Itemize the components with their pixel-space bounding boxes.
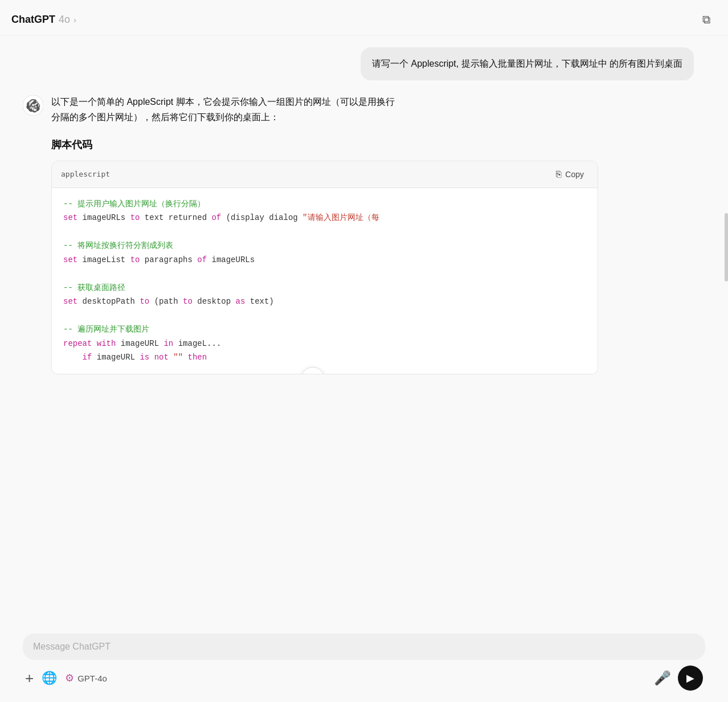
code-line-4: set imageList to paragraphs of imageURLs	[63, 253, 586, 267]
user-message-text: 请写一个 Applescript, 提示输入批量图片网址，下载网址中 的所有图片…	[372, 59, 682, 68]
globe-button[interactable]: 🌐	[42, 671, 57, 685]
code-line-empty3	[63, 309, 586, 323]
code-lang: applescript	[61, 168, 110, 181]
globe-icon: 🌐	[42, 671, 57, 685]
copy-button[interactable]: ⎘ Copy	[551, 167, 588, 182]
code-line-6: set desktopPath to (path to desktop as t…	[63, 295, 586, 309]
header-left: ChatGPT 4o ›	[11, 14, 76, 26]
scrollbar-thumb	[725, 213, 728, 281]
section-heading: 脚本代码	[51, 136, 694, 154]
user-message-row: 请写一个 Applescript, 提示输入批量图片网址，下载网址中 的所有图片…	[0, 47, 728, 94]
assistant-intro: 以下是一个简单的 AppleScript 脚本，它会提示你输入一组图片的网址（可…	[51, 94, 694, 125]
input-toolbar: + 🌐 ⚙ GPT-4o 🎤 ▶	[23, 660, 705, 691]
app-title: ChatGPT	[11, 14, 55, 26]
model-selector-button[interactable]: ⚙ GPT-4o	[65, 672, 107, 684]
send-button[interactable]: ▶	[678, 666, 703, 691]
model-label: 4o	[59, 14, 70, 26]
send-icon: ▶	[686, 672, 694, 684]
sliders-icon: ⚙	[65, 672, 74, 684]
assistant-content: 以下是一个简单的 AppleScript 脚本，它会提示你输入一组图片的网址（可…	[51, 94, 694, 374]
code-line-9: if imageURL is not "" then	[63, 350, 586, 365]
model-selector-label: GPT-4o	[77, 674, 107, 683]
input-area: + 🌐 ⚙ GPT-4o 🎤 ▶	[0, 627, 728, 702]
code-line-7: -- 遍历网址并下载图片	[63, 323, 586, 337]
code-body: -- 提示用户输入图片网址（换行分隔） set imageURLs to tex…	[52, 188, 598, 374]
mic-button[interactable]: 🎤	[654, 670, 671, 686]
copy-label: Copy	[565, 170, 584, 179]
copy-window-button[interactable]: ⧉	[696, 9, 717, 30]
code-line-1: -- 提示用户输入图片网址（换行分隔）	[63, 197, 586, 211]
code-block-container: applescript ⎘ Copy -- 提示用户输入图片网址（换行分隔） s…	[51, 161, 598, 374]
header: ChatGPT 4o › ⧉	[0, 0, 728, 36]
code-line-8: repeat with imageURL in imageL...	[63, 337, 586, 351]
code-block-header: applescript ⎘ Copy	[52, 161, 598, 188]
chevron-icon: ›	[73, 15, 76, 25]
mic-icon: 🎤	[654, 670, 671, 685]
copy-icon: ⎘	[556, 169, 562, 179]
code-line-5: -- 获取桌面路径	[63, 281, 586, 295]
chat-area: 请写一个 Applescript, 提示输入批量图片网址，下载网址中 的所有图片…	[0, 36, 728, 627]
code-line-3: -- 将网址按换行符分割成列表	[63, 239, 586, 253]
code-line-2: set imageURLs to text returned of (displ…	[63, 211, 586, 225]
assistant-message-row: 以下是一个简单的 AppleScript 脚本，它会提示你输入一组图片的网址（可…	[0, 94, 728, 386]
user-bubble: 请写一个 Applescript, 提示输入批量图片网址，下载网址中 的所有图片…	[361, 47, 694, 80]
input-box	[23, 634, 705, 660]
toolbar-right: 🎤 ▶	[654, 666, 703, 691]
toolbar-left: + 🌐 ⚙ GPT-4o	[25, 670, 107, 687]
svg-point-0	[23, 95, 43, 116]
code-line-empty2	[63, 267, 586, 281]
assistant-avatar	[23, 95, 43, 116]
copy-window-icon: ⧉	[702, 13, 710, 26]
add-icon: +	[25, 670, 34, 687]
add-button[interactable]: +	[25, 670, 34, 687]
scroll-down-icon: ↓	[310, 373, 316, 374]
code-line-empty1	[63, 225, 586, 239]
message-input[interactable]	[33, 642, 695, 652]
